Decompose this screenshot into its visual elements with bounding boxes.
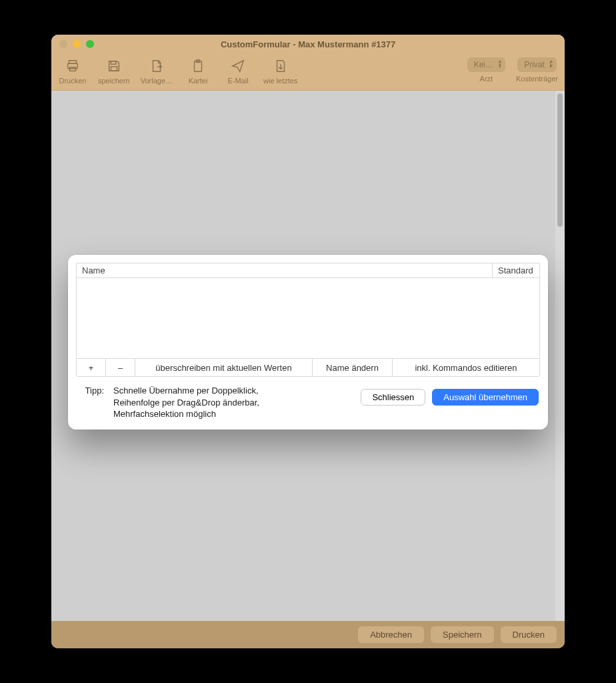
remove-button[interactable]: – (106, 359, 135, 376)
printer-icon (64, 57, 81, 75)
template-sheet: Name Standard + – überschreiben mit aktu… (68, 255, 548, 430)
tip-text: Schnelle Übernahme per Doppelklick, Reih… (113, 385, 300, 420)
svg-rect-4 (111, 67, 117, 71)
toolbar: Drucken speichern Vorlage… Kartei E-Mail (51, 53, 565, 91)
floppy-icon (105, 57, 123, 75)
toolbar-repeat[interactable]: wie letztes (263, 57, 297, 85)
template-icon (148, 57, 165, 75)
sheet-bottom: Tipp: Schnelle Übernahme per Doppelklick… (68, 377, 548, 430)
apply-button[interactable]: Auswahl übernehmen (432, 389, 539, 406)
payer-select-value: Privat (524, 60, 545, 69)
footer: Abbrechen Speichern Drucken (51, 621, 565, 648)
close-sheet-button[interactable]: Schliessen (361, 389, 425, 406)
toolbar-template[interactable]: Vorlage… (141, 57, 173, 85)
cancel-button[interactable]: Abbrechen (358, 626, 424, 643)
traffic-lights (59, 40, 94, 48)
chevrons-icon: ▴▾ (499, 59, 501, 68)
table-header: Name Standard (77, 263, 539, 278)
toolbar-print[interactable]: Drucken (58, 57, 87, 85)
template-table: Name Standard (76, 263, 540, 358)
doctor-select-value: Kei… (474, 60, 493, 69)
overwrite-button[interactable]: überschreiben mit aktuellen Werten (135, 359, 313, 376)
edit-commands-button[interactable]: inkl. Kommandos editieren (393, 359, 539, 376)
print-button[interactable]: Drucken (501, 626, 557, 643)
toolbar-label: Vorlage… (141, 77, 173, 85)
toolbar-kartei[interactable]: Kartei (183, 57, 213, 85)
payer-select-caption: Kostenträger (516, 75, 558, 83)
clipboard-icon (189, 57, 207, 75)
toolbar-save[interactable]: speichern (98, 57, 130, 85)
chevrons-icon: ▴▾ (550, 59, 553, 68)
window-title: CustomFormular - Max Mustermann #1377 (58, 39, 558, 51)
window-close-button[interactable] (59, 40, 67, 48)
scrollbar[interactable] (555, 91, 565, 621)
svg-rect-2 (69, 67, 75, 71)
window-minimize-button[interactable] (73, 40, 81, 48)
page-arrow-icon (272, 57, 289, 75)
toolbar-label: Kartei (189, 77, 208, 85)
table-body[interactable] (77, 278, 539, 358)
add-button[interactable]: + (77, 359, 106, 376)
column-name[interactable]: Name (77, 263, 493, 277)
column-standard[interactable]: Standard (493, 263, 539, 277)
save-button[interactable]: Speichern (431, 626, 494, 643)
send-icon (229, 57, 247, 75)
doctor-select[interactable]: Kei… ▴▾ Arzt (467, 57, 505, 83)
toolbar-label: wie letztes (263, 77, 297, 85)
toolbar-email[interactable]: E-Mail (223, 57, 253, 85)
doctor-select-caption: Arzt (480, 75, 493, 83)
rename-button[interactable]: Name ändern (313, 359, 393, 376)
table-actions: + – überschreiben mit aktuellen Werten N… (76, 358, 540, 377)
app-window: CustomFormular - Max Mustermann #1377 Dr… (51, 35, 565, 648)
window-zoom-button[interactable] (86, 40, 94, 48)
svg-rect-3 (111, 61, 115, 65)
scrollthumb[interactable] (557, 93, 563, 227)
toolbar-label: E-Mail (227, 77, 248, 85)
payer-select[interactable]: Privat ▴▾ Kostenträger (516, 57, 558, 83)
toolbar-label: speichern (98, 77, 130, 85)
tip-label: Tipp: (77, 385, 104, 396)
titlebar: CustomFormular - Max Mustermann #1377 (51, 35, 565, 53)
toolbar-label: Drucken (59, 77, 87, 85)
